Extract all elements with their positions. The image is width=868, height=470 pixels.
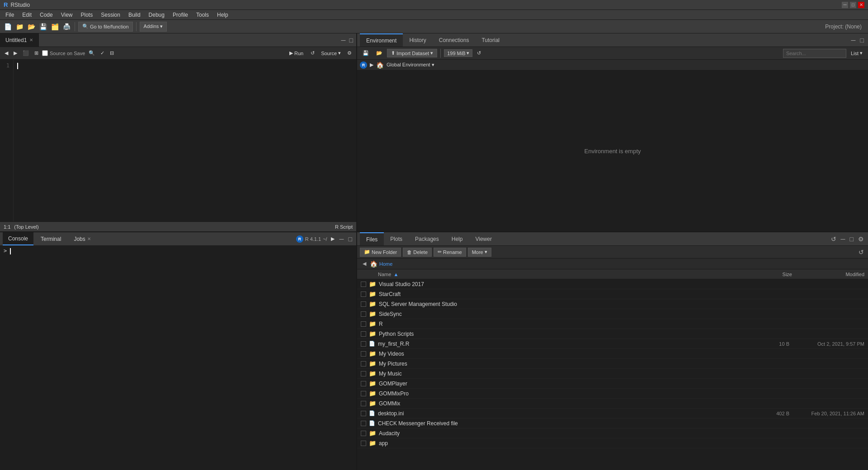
go-to-file-button[interactable]: 🔍 Go to file/function: [78, 22, 133, 32]
file-row[interactable]: 📁SQL Server Management Studio: [357, 299, 868, 309]
menu-file[interactable]: File: [2, 11, 18, 19]
file-checkbox[interactable]: [361, 321, 366, 327]
code-area[interactable]: [14, 60, 356, 221]
file-row[interactable]: 📁Visual Studio 2017: [357, 279, 868, 289]
open-in-new-window-button[interactable]: ⬛: [21, 49, 31, 57]
new-project-button[interactable]: 📁: [14, 22, 24, 32]
file-row[interactable]: 📁GOMMix: [357, 399, 868, 409]
env-collapse-button[interactable]: ─: [850, 37, 857, 44]
save-all-button[interactable]: 🗂️: [50, 22, 60, 32]
name-header[interactable]: Name ▲: [378, 272, 765, 277]
file-row[interactable]: 📄CHECK Messenger Received file: [357, 418, 868, 428]
env-search-input[interactable]: [783, 49, 846, 58]
tab-plots[interactable]: Plots: [384, 232, 409, 245]
menu-plots[interactable]: Plots: [77, 11, 97, 19]
file-row[interactable]: 📁app: [357, 438, 868, 448]
load-env-button[interactable]: 📂: [373, 49, 385, 57]
breadcrumb-home[interactable]: Home: [379, 261, 392, 267]
file-checkbox[interactable]: [361, 331, 366, 337]
run-button[interactable]: ▶ Run: [286, 49, 307, 57]
env-maximize-button[interactable]: □: [859, 37, 865, 44]
editor-tab-untitled1[interactable]: Untitled1 ✕: [0, 33, 39, 47]
editor-options-button[interactable]: ⚙: [345, 49, 354, 57]
print-button[interactable]: 🖨️: [61, 22, 71, 32]
open-file-button[interactable]: 📂: [26, 22, 36, 32]
tab-tutorial[interactable]: Tutorial: [475, 33, 506, 47]
menu-view[interactable]: View: [57, 11, 76, 19]
refresh-env-button[interactable]: ↺: [474, 49, 484, 57]
tab-environment[interactable]: Environment: [360, 33, 403, 47]
file-row[interactable]: 📁R: [357, 319, 868, 329]
file-row[interactable]: 📄my_first_R.R10 BOct 2, 2021, 9:57 PM: [357, 339, 868, 349]
source-on-save-checkbox[interactable]: [42, 50, 48, 56]
file-row[interactable]: 📄desktop.ini402 BFeb 20, 2021, 11:26 AM: [357, 409, 868, 418]
modified-header[interactable]: Modified: [792, 272, 864, 277]
jobs-tab-close[interactable]: ✕: [87, 236, 91, 241]
back-button[interactable]: ◀: [3, 49, 10, 57]
source-button[interactable]: Source ▾: [318, 49, 344, 57]
editor-collapse-button[interactable]: ─: [340, 37, 347, 44]
file-checkbox[interactable]: [361, 421, 366, 426]
file-row[interactable]: 📁My Music: [357, 369, 868, 379]
import-dataset-button[interactable]: ⬆ Import Dataset ▾: [387, 49, 437, 57]
file-checkbox[interactable]: [361, 311, 366, 317]
save-env-button[interactable]: 💾: [360, 49, 372, 57]
show-in-new-window-button[interactable]: ⊞: [33, 49, 40, 57]
console-navigate-button[interactable]: ▶: [329, 235, 336, 243]
menu-build[interactable]: Build: [125, 11, 144, 19]
file-checkbox[interactable]: [361, 401, 366, 406]
console-maximize-button[interactable]: □: [347, 235, 354, 243]
files-maximize-button[interactable]: □: [849, 235, 855, 243]
tab-help[interactable]: Help: [445, 232, 469, 245]
tab-files[interactable]: Files: [360, 232, 384, 245]
file-row[interactable]: 📁GOMMixPro: [357, 389, 868, 399]
new-folder-button[interactable]: 📁 New Folder: [360, 248, 401, 257]
file-row[interactable]: 📁Python Scripts: [357, 329, 868, 339]
new-file-button[interactable]: 📄: [3, 22, 13, 32]
file-checkbox[interactable]: [361, 291, 366, 297]
viewer-toggle-button[interactable]: ⊟: [108, 49, 116, 57]
console-collapse-button[interactable]: ─: [338, 235, 345, 243]
file-checkbox[interactable]: [361, 441, 366, 446]
file-row[interactable]: 📁StarCraft: [357, 289, 868, 299]
list-view-button[interactable]: List ▾: [848, 49, 865, 57]
delete-button[interactable]: 🗑 Delete: [403, 248, 432, 257]
tab-terminal[interactable]: Terminal: [35, 232, 66, 245]
file-checkbox[interactable]: [361, 391, 366, 396]
close-button[interactable]: ✕: [858, 2, 864, 8]
file-row[interactable]: 📁My Pictures: [357, 359, 868, 369]
more-button[interactable]: More ▾: [468, 248, 491, 257]
file-checkbox[interactable]: [361, 381, 366, 386]
menu-code[interactable]: Code: [36, 11, 57, 19]
editor-maximize-button[interactable]: □: [348, 37, 354, 44]
tab-console[interactable]: Console: [3, 232, 33, 245]
tab-viewer[interactable]: Viewer: [469, 232, 498, 245]
sync-button[interactable]: ↺: [857, 249, 865, 256]
file-checkbox[interactable]: [361, 411, 366, 416]
menu-profile[interactable]: Profile: [169, 11, 192, 19]
file-row[interactable]: 📁Audacity: [357, 428, 868, 438]
menu-debug[interactable]: Debug: [145, 11, 168, 19]
file-row[interactable]: 📁My Videos: [357, 349, 868, 359]
file-checkbox[interactable]: [361, 351, 366, 357]
tab-history[interactable]: History: [403, 33, 432, 47]
forward-button[interactable]: ▶: [12, 49, 19, 57]
files-collapse-button[interactable]: ─: [840, 235, 847, 243]
menu-edit[interactable]: Edit: [19, 11, 35, 19]
save-button[interactable]: 💾: [38, 22, 48, 32]
minimize-button[interactable]: ─: [842, 2, 848, 8]
file-row[interactable]: 📁GOMPlayer: [357, 379, 868, 389]
file-checkbox[interactable]: [361, 282, 366, 287]
file-checkbox[interactable]: [361, 371, 366, 376]
addins-button[interactable]: Addins ▾: [140, 22, 167, 32]
files-options-button[interactable]: ⚙: [857, 235, 865, 243]
close-tab-icon[interactable]: ✕: [29, 38, 33, 42]
memory-usage[interactable]: 199 MiB ▾: [444, 49, 472, 57]
tab-connections[interactable]: Connections: [433, 33, 476, 47]
file-row[interactable]: 📁SideSync: [357, 309, 868, 319]
file-checkbox[interactable]: [361, 431, 366, 436]
size-header[interactable]: Size: [765, 272, 792, 277]
re-run-button[interactable]: ↺: [309, 49, 316, 57]
spellcheck-button[interactable]: ✓: [99, 49, 106, 57]
menu-session[interactable]: Session: [97, 11, 124, 19]
